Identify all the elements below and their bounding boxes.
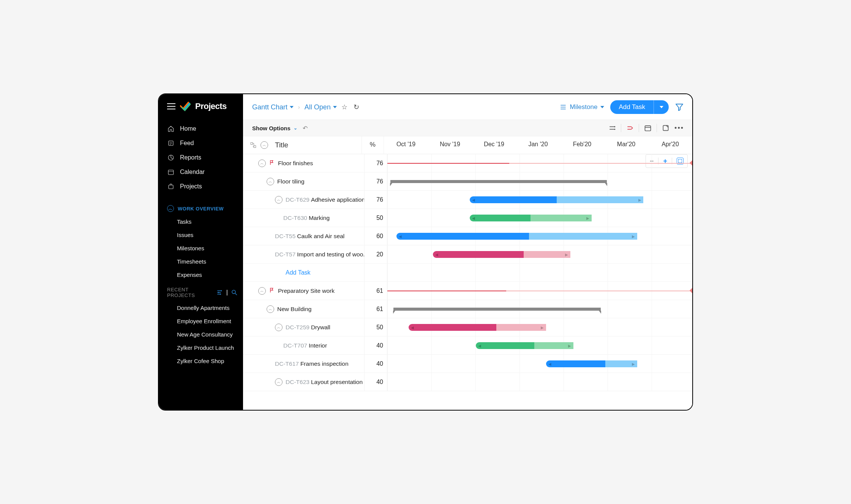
chevron-down-icon[interactable]	[654, 100, 669, 114]
nav-item-projects[interactable]: Projects	[159, 179, 243, 194]
gantt-row: ︿DC-T629 Adhesive application76◀▶	[243, 191, 692, 209]
view-selector[interactable]: Gantt Chart	[252, 103, 294, 111]
task-bar[interactable]: ◀▶	[476, 342, 573, 349]
recent-project-item[interactable]: Employee Enrollment	[159, 314, 243, 328]
row-title-cell[interactable]: ︿Floor finishes	[243, 154, 365, 172]
expand-icon[interactable]: ︿	[258, 287, 266, 295]
task-bar[interactable]: ◀▶	[470, 215, 592, 221]
row-title-cell[interactable]: ︿New Building	[243, 300, 365, 318]
summary-bar[interactable]	[393, 308, 601, 311]
row-gantt-cell[interactable]: ◀▶	[387, 209, 692, 227]
row-gantt-cell[interactable]: ◀▶	[387, 191, 692, 209]
gantt-row: ︿Preparatory Site work61	[243, 282, 692, 300]
row-title-cell[interactable]: DC-T707 Interior	[243, 337, 365, 354]
recent-project-item[interactable]: Zylker Product Launch	[159, 341, 243, 354]
expand-icon[interactable]: ︿	[275, 196, 283, 204]
expand-icon[interactable]: ︿	[258, 160, 266, 167]
row-gantt-cell[interactable]: ◀▶	[387, 245, 692, 263]
more-icon[interactable]: •••	[674, 124, 684, 132]
nav-item-reports[interactable]: Reports	[159, 150, 243, 165]
row-gantt-cell[interactable]	[387, 264, 692, 281]
milestone-selector[interactable]: Milestone	[559, 103, 605, 111]
bar-handle-right-icon[interactable]: ▶	[541, 325, 544, 329]
work-overview-item[interactable]: Tasks	[159, 215, 243, 228]
work-overview-label[interactable]: ︿ WORK OVERVIEW	[159, 200, 243, 215]
bar-handle-left-icon[interactable]: ◀	[478, 343, 481, 348]
nav-item-calendar[interactable]: Calendar	[159, 165, 243, 179]
critical-path-icon[interactable]	[626, 124, 634, 132]
show-options-toggle[interactable]: Show Options ⌄	[252, 125, 297, 131]
filter-icon[interactable]	[675, 103, 684, 112]
row-title-cell[interactable]: ︿Preparatory Site work	[243, 282, 365, 300]
recent-project-item[interactable]: Donnelly Apartments	[159, 301, 243, 314]
recent-project-item[interactable]: Zylker Cofee Shop	[159, 354, 243, 368]
settings-sliders-icon[interactable]	[216, 289, 223, 296]
row-gantt-cell[interactable]: ◀▶	[387, 318, 692, 336]
row-gantt-cell[interactable]: ◀▶	[387, 227, 692, 245]
month-header: Mar'20	[604, 136, 648, 154]
nav-item-feed[interactable]: Feed	[159, 136, 243, 150]
row-gantt-cell[interactable]: ◀▶	[387, 337, 692, 354]
row-percent-cell: 40	[365, 373, 387, 391]
expand-icon[interactable]: ︿	[275, 378, 283, 386]
row-gantt-cell[interactable]	[387, 373, 692, 391]
hamburger-icon[interactable]	[167, 103, 175, 109]
undo-icon[interactable]: ↶	[303, 125, 308, 132]
row-title-cell[interactable]: DC-T617 Frames inspection	[243, 355, 365, 373]
bar-handle-left-icon[interactable]: ◀	[472, 197, 475, 202]
row-title-cell[interactable]: ︿DC-T259 Drywall	[243, 318, 365, 336]
expand-icon[interactable]: ︿	[275, 324, 283, 331]
work-overview-item[interactable]: Timesheets	[159, 255, 243, 268]
bar-handle-right-icon[interactable]: ▶	[565, 252, 568, 256]
work-overview-item[interactable]: Milestones	[159, 242, 243, 255]
row-title-cell[interactable]: ︿DC-T629 Adhesive application	[243, 191, 365, 209]
collapse-all-icon[interactable]: ︿	[261, 141, 268, 149]
row-title-cell[interactable]: ︿DC-T623 Layout presentation	[243, 373, 365, 391]
expand-icon[interactable]: ︿	[267, 305, 274, 313]
toolbar-icon-1[interactable]	[608, 124, 616, 132]
task-bar[interactable]: ◀▶	[433, 251, 570, 258]
bar-handle-left-icon[interactable]: ◀	[411, 325, 414, 329]
refresh-icon[interactable]: ↻	[354, 103, 359, 111]
row-title-cell[interactable]: ︿Floor tiling	[243, 172, 365, 190]
expand-icon[interactable]: ︿	[267, 178, 274, 185]
bar-handle-left-icon[interactable]: ◀	[399, 234, 402, 238]
work-overview-item[interactable]: Issues	[159, 228, 243, 242]
row-gantt-cell[interactable]: ◀▶	[387, 355, 692, 373]
row-gantt-cell[interactable]	[387, 282, 692, 300]
bar-handle-right-icon[interactable]: ▶	[568, 343, 571, 348]
star-icon[interactable]: ☆	[341, 103, 347, 111]
row-gantt-cell[interactable]	[387, 154, 692, 172]
row-gantt-cell[interactable]	[387, 172, 692, 190]
bar-handle-right-icon[interactable]: ▶	[586, 216, 589, 220]
add-task-inline[interactable]: Add Task	[286, 269, 311, 276]
bar-handle-right-icon[interactable]: ▶	[632, 234, 635, 238]
row-title-cell[interactable]: Add Task	[243, 264, 365, 281]
task-bar[interactable]: ◀▶	[470, 196, 644, 203]
task-bar[interactable]: ◀▶	[409, 324, 546, 331]
task-bar[interactable]: ◀▶	[396, 233, 637, 240]
bar-handle-left-icon[interactable]: ◀	[472, 216, 475, 220]
search-icon[interactable]	[231, 289, 238, 296]
row-title-cell[interactable]: DC-T57 Import and testing of woo..	[243, 245, 365, 263]
bar-handle-left-icon[interactable]: ◀	[435, 252, 438, 256]
bar-handle-left-icon[interactable]: ◀	[548, 362, 551, 366]
calendar-icon[interactable]	[644, 124, 652, 132]
bar-handle-right-icon[interactable]: ▶	[638, 197, 641, 202]
work-overview-item[interactable]: Expenses	[159, 268, 243, 281]
filter-selector[interactable]: All Open	[305, 103, 337, 111]
nav-item-home[interactable]: Home	[159, 122, 243, 136]
column-header-title[interactable]: ︿ Title	[243, 136, 362, 154]
summary-bar[interactable]	[390, 180, 607, 183]
row-gantt-cell[interactable]	[387, 300, 692, 318]
chevron-down-icon	[333, 106, 337, 108]
row-title-cell[interactable]: DC-T55 Caulk and Air seal	[243, 227, 365, 245]
row-title-cell[interactable]: DC-T630 Marking	[243, 209, 365, 227]
column-header-percent[interactable]: %	[362, 136, 384, 154]
add-task-button[interactable]: Add Task	[610, 100, 669, 114]
task-bar[interactable]: ◀▶	[546, 360, 638, 367]
recent-project-item[interactable]: New Age Consultancy	[159, 328, 243, 341]
expand-icon[interactable]	[662, 124, 670, 132]
bar-handle-right-icon[interactable]: ▶	[632, 362, 635, 366]
gantt-row: ︿Floor tiling76	[243, 172, 692, 191]
